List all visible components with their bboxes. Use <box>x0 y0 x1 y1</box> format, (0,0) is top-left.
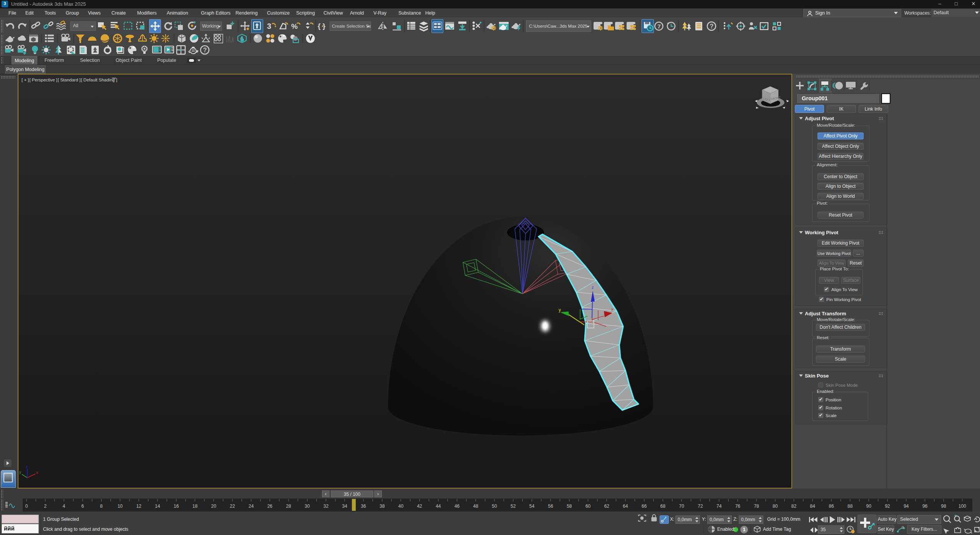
svg-text:84: 84 <box>810 504 816 509</box>
svg-text:28: 28 <box>286 504 291 509</box>
svg-text:24: 24 <box>249 504 254 509</box>
svg-text:44: 44 <box>436 504 441 509</box>
svg-text:54: 54 <box>529 504 535 509</box>
svg-text:60: 60 <box>585 504 591 509</box>
svg-text:4: 4 <box>63 504 65 509</box>
svg-text:6: 6 <box>81 504 84 509</box>
svg-text:y: y <box>559 307 561 313</box>
svg-text:66: 66 <box>642 504 647 509</box>
svg-text:38: 38 <box>380 504 385 509</box>
svg-text:88: 88 <box>847 504 853 509</box>
svg-text:50: 50 <box>492 504 497 509</box>
svg-text:98: 98 <box>941 504 947 509</box>
svg-text:40: 40 <box>398 504 404 509</box>
svg-text:70: 70 <box>679 504 685 509</box>
svg-text:94: 94 <box>904 504 909 509</box>
svg-text:14: 14 <box>155 504 160 509</box>
svg-text:26: 26 <box>267 504 273 509</box>
svg-text:52: 52 <box>511 504 516 509</box>
svg-text:32: 32 <box>323 504 329 509</box>
svg-text:72: 72 <box>698 504 703 509</box>
svg-text:62: 62 <box>604 504 610 509</box>
svg-text:2: 2 <box>44 504 46 509</box>
svg-text:34: 34 <box>342 504 348 509</box>
svg-text:48: 48 <box>473 504 479 509</box>
svg-text:78: 78 <box>754 504 759 509</box>
svg-text:z: z <box>592 285 594 290</box>
svg-text:96: 96 <box>922 504 928 509</box>
svg-text:56: 56 <box>548 504 553 509</box>
svg-text:86: 86 <box>829 504 834 509</box>
svg-text:0: 0 <box>25 504 28 509</box>
svg-text:x: x <box>36 470 38 475</box>
svg-text:22: 22 <box>230 504 235 509</box>
svg-text:80: 80 <box>773 504 778 509</box>
svg-text:82: 82 <box>791 504 797 509</box>
svg-text:46: 46 <box>454 504 460 509</box>
svg-text:74: 74 <box>716 504 722 509</box>
svg-text:8: 8 <box>100 504 103 509</box>
svg-text:10: 10 <box>118 504 123 509</box>
svg-text:76: 76 <box>735 504 741 509</box>
svg-text:68: 68 <box>660 504 666 509</box>
svg-text:30: 30 <box>305 504 310 509</box>
svg-text:18: 18 <box>192 504 198 509</box>
svg-text:64: 64 <box>623 504 628 509</box>
svg-text:x: x <box>611 307 614 311</box>
svg-text:42: 42 <box>417 504 422 509</box>
svg-text:20: 20 <box>211 504 217 509</box>
svg-text:100: 100 <box>958 504 966 509</box>
svg-text:58: 58 <box>567 504 572 509</box>
svg-text:36: 36 <box>361 504 366 509</box>
svg-text:z: z <box>26 464 28 469</box>
svg-text:y: y <box>19 470 22 474</box>
svg-text:92: 92 <box>885 504 890 509</box>
svg-text:90: 90 <box>866 504 872 509</box>
svg-text:12: 12 <box>136 504 142 509</box>
svg-text:16: 16 <box>174 504 179 509</box>
